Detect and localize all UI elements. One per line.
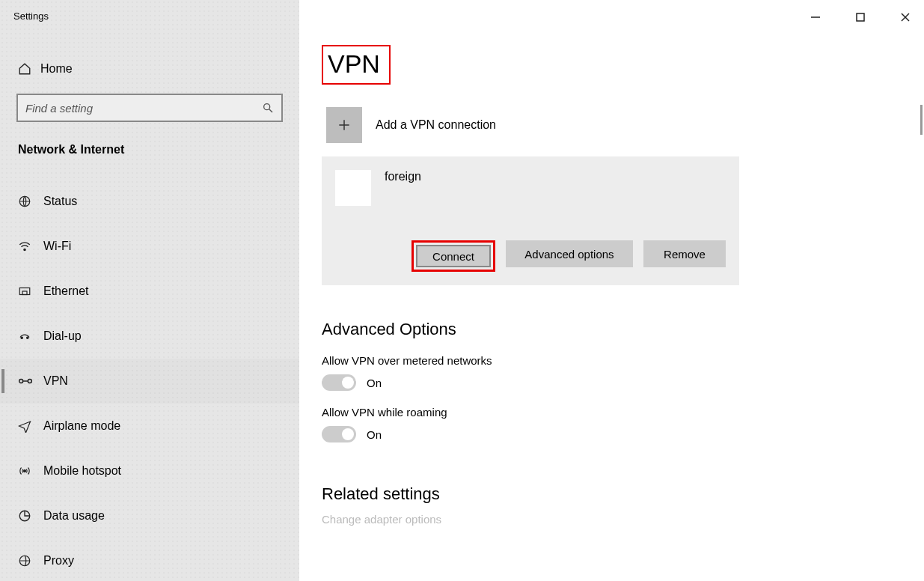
sidebar-item-label: Dial-up (43, 329, 82, 343)
dialup-icon (18, 329, 43, 343)
svg-rect-14 (857, 13, 864, 21)
data-usage-icon (18, 509, 43, 523)
sidebar-home[interactable]: Home (0, 55, 299, 83)
ethernet-icon (18, 285, 43, 298)
sidebar-item-label: Status (43, 195, 77, 208)
minimize-button[interactable] (804, 6, 827, 28)
sidebar-item-dialup[interactable]: Dial-up (0, 314, 299, 359)
maximize-button[interactable] (849, 6, 872, 28)
scrollbar[interactable] (920, 105, 923, 135)
toggle-metered[interactable] (322, 374, 356, 391)
sidebar-item-status[interactable]: Status (0, 179, 299, 224)
svg-point-10 (24, 470, 26, 472)
sidebar-item-data-usage[interactable]: Data usage (0, 493, 299, 538)
add-vpn-label: Add a VPN connection (376, 118, 496, 132)
sidebar-item-wifi[interactable]: Wi-Fi (0, 224, 299, 269)
toggle-roaming[interactable] (322, 426, 356, 442)
search-input[interactable] (25, 102, 262, 115)
remove-button[interactable]: Remove (643, 240, 726, 267)
connect-button[interactable]: Connect (416, 245, 491, 267)
vpn-icon (18, 374, 43, 388)
svg-point-3 (24, 249, 25, 250)
svg-line-1 (269, 109, 272, 112)
globe-icon (18, 195, 43, 208)
sidebar-item-label: Proxy (43, 554, 74, 568)
toggle-roaming-state: On (367, 428, 382, 441)
sidebar-item-label: Wi-Fi (43, 240, 71, 253)
sidebar-item-vpn[interactable]: VPN (0, 359, 299, 404)
svg-point-0 (264, 104, 270, 110)
search-icon (262, 102, 274, 114)
sidebar-item-label: Ethernet (43, 285, 88, 298)
close-button[interactable] (894, 6, 917, 28)
sidebar-home-label: Home (40, 62, 73, 76)
advanced-options-button[interactable]: Advanced options (506, 240, 633, 267)
search-box[interactable] (16, 94, 283, 122)
option-metered-label: Allow VPN over metered networks (322, 354, 924, 367)
page-title-highlight: VPN (322, 45, 391, 85)
hotspot-icon (18, 464, 43, 478)
sidebar-item-label: Mobile hotspot (43, 464, 121, 478)
advanced-options-heading: Advanced Options (322, 320, 924, 339)
window-controls (804, 6, 917, 28)
add-vpn-row[interactable]: Add a VPN connection (322, 103, 924, 147)
main-content: VPN Add a VPN connection foreign Connect (299, 0, 924, 581)
plus-icon (326, 107, 362, 143)
home-icon (18, 62, 40, 76)
sidebar-section-title: Network & Internet (0, 130, 299, 164)
sidebar-nav: Status Wi-Fi Ethernet (0, 179, 299, 581)
page-title: VPN (328, 49, 380, 79)
proxy-icon (18, 554, 43, 568)
svg-point-6 (21, 337, 22, 338)
option-roaming: Allow VPN while roaming On (322, 406, 924, 442)
sidebar-item-label: Data usage (43, 509, 105, 523)
sidebar-item-ethernet[interactable]: Ethernet (0, 269, 299, 314)
sidebar-item-label: Airplane mode (43, 419, 120, 433)
related-settings-heading: Related settings (322, 484, 924, 504)
svg-rect-5 (22, 291, 27, 295)
svg-point-9 (28, 380, 31, 383)
change-adapter-link[interactable]: Change adapter options (322, 513, 924, 526)
sidebar-item-airplane[interactable]: Airplane mode (0, 404, 299, 448)
svg-point-8 (19, 380, 23, 383)
sidebar-item-proxy[interactable]: Proxy (0, 538, 299, 581)
app-title: Settings (0, 0, 299, 28)
sidebar-item-hotspot[interactable]: Mobile hotspot (0, 448, 299, 493)
search-wrap (0, 83, 299, 130)
sidebar-item-label: VPN (43, 374, 68, 388)
vpn-connection-card[interactable]: foreign Connect Advanced options Remove (322, 156, 739, 285)
airplane-icon (18, 419, 43, 433)
sidebar: Settings Home Network & Internet (0, 0, 299, 581)
svg-point-7 (27, 337, 28, 338)
option-metered: Allow VPN over metered networks On (322, 354, 924, 391)
vpn-connection-icon (335, 170, 371, 206)
wifi-icon (18, 240, 43, 253)
option-roaming-label: Allow VPN while roaming (322, 406, 924, 419)
connect-highlight: Connect (411, 240, 495, 272)
vpn-connection-name: foreign (385, 170, 421, 183)
toggle-metered-state: On (367, 377, 382, 389)
